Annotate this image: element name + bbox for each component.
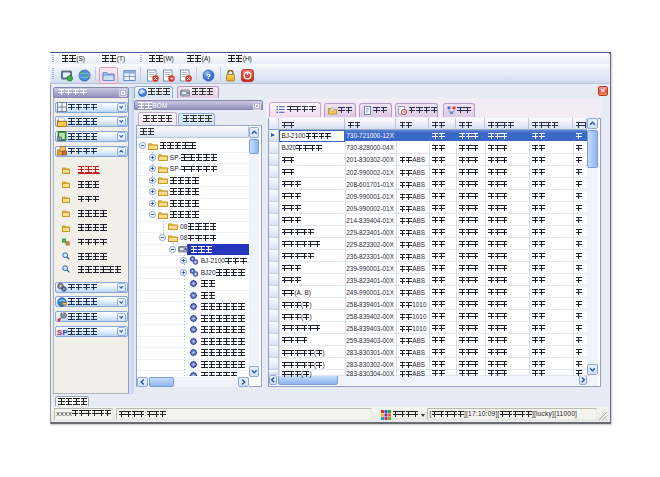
svg-text:?: ?	[206, 72, 211, 81]
